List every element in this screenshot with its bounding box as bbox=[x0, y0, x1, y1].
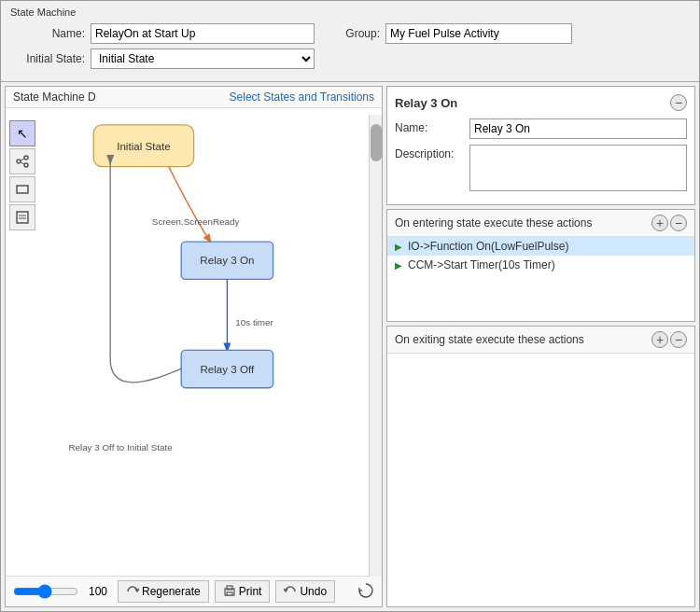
svg-point-0 bbox=[17, 160, 21, 163]
action-item-2[interactable]: ▶ CCM->Start Timer(10s Timer) bbox=[387, 256, 694, 274]
top-section: State Machine Name: Group: Initial State… bbox=[1, 1, 699, 82]
svg-text:Relay 3 Off to Initial State: Relay 3 Off to Initial State bbox=[68, 442, 173, 452]
group-input[interactable] bbox=[385, 23, 572, 44]
right-panel: Relay 3 On − Name: Description: On enter… bbox=[386, 86, 695, 607]
undo-button[interactable]: Undo bbox=[275, 580, 335, 603]
link-tool-btn[interactable] bbox=[9, 148, 35, 174]
right-panel-title: Relay 3 On bbox=[395, 96, 457, 110]
svg-text:Relay 3 Off: Relay 3 Off bbox=[200, 363, 255, 375]
right-desc-label: Description: bbox=[395, 145, 469, 160]
print-label: Print bbox=[239, 585, 262, 598]
zoom-slider[interactable] bbox=[13, 584, 78, 599]
print-icon bbox=[223, 585, 236, 598]
svg-point-2 bbox=[24, 163, 28, 167]
action-item-1[interactable]: ▶ IO->Function On(LowFuelPulse) bbox=[387, 237, 694, 256]
undo-icon bbox=[284, 585, 297, 598]
refresh-icon[interactable] bbox=[357, 582, 374, 599]
group-label: Group: bbox=[333, 27, 380, 40]
enter-actions-header: On entering state execute these actions … bbox=[387, 210, 694, 237]
play-icon-1: ▶ bbox=[395, 242, 402, 252]
remove-exit-action-btn[interactable]: − bbox=[670, 331, 687, 348]
collapse-right-top-btn[interactable]: − bbox=[670, 94, 687, 111]
canvas-area[interactable]: Initial State Screen.ScreenReady Relay 3… bbox=[39, 108, 382, 576]
select-states-link[interactable]: Select States and Transitions bbox=[230, 90, 374, 104]
svg-text:Screen.ScreenReady: Screen.ScreenReady bbox=[152, 216, 240, 227]
svg-line-4 bbox=[21, 162, 24, 164]
right-name-input[interactable] bbox=[469, 118, 687, 139]
exit-actions-buttons: + − bbox=[651, 331, 687, 348]
state-diagram: Initial State Screen.ScreenReady Relay 3… bbox=[39, 108, 382, 576]
regenerate-icon bbox=[126, 585, 139, 598]
left-panel-header: State Machine D Select States and Transi… bbox=[6, 87, 382, 108]
bottom-toolbar: 100 Regenerate Print bbox=[6, 576, 382, 606]
right-desc-textarea[interactable] bbox=[469, 145, 687, 191]
svg-rect-6 bbox=[17, 212, 28, 223]
enter-actions-section: On entering state execute these actions … bbox=[386, 209, 695, 322]
enter-actions-title: On entering state execute these actions bbox=[395, 216, 592, 230]
svg-text:Relay 3 On: Relay 3 On bbox=[200, 254, 254, 266]
svg-text:Initial State: Initial State bbox=[117, 140, 171, 152]
exit-actions-section: On exiting state execute these actions +… bbox=[386, 326, 695, 607]
add-exit-action-btn[interactable]: + bbox=[651, 331, 668, 348]
zoom-value: 100 bbox=[84, 585, 112, 598]
initial-state-label: Initial State: bbox=[10, 52, 85, 65]
svg-rect-5 bbox=[17, 186, 28, 193]
regenerate-button[interactable]: Regenerate bbox=[118, 580, 209, 603]
action-text-1: IO->Function On(LowFuelPulse) bbox=[408, 240, 568, 253]
select-tool-btn[interactable]: ↖ bbox=[9, 120, 35, 146]
svg-rect-21 bbox=[227, 592, 232, 595]
main-container: State Machine Name: Group: Initial State… bbox=[0, 0, 700, 612]
app-title: State Machine bbox=[10, 7, 690, 18]
svg-text:10s timer: 10s timer bbox=[235, 317, 273, 327]
left-panel: State Machine D Select States and Transi… bbox=[5, 86, 383, 607]
name-row: Name: Group: bbox=[10, 23, 690, 44]
vertical-scrollbar[interactable] bbox=[369, 115, 382, 577]
rect-tool-btn[interactable] bbox=[9, 176, 35, 202]
exit-actions-title: On exiting state execute these actions bbox=[395, 333, 584, 346]
svg-point-1 bbox=[24, 156, 28, 160]
initial-state-select[interactable]: Initial State bbox=[91, 49, 315, 69]
regenerate-label: Regenerate bbox=[142, 585, 201, 598]
exit-actions-header: On exiting state execute these actions +… bbox=[387, 327, 694, 354]
right-desc-row: Description: bbox=[395, 145, 687, 191]
enter-actions-buttons: + − bbox=[651, 215, 687, 231]
right-name-label: Name: bbox=[395, 118, 469, 134]
split-section: State Machine D Select States and Transi… bbox=[1, 82, 699, 611]
svg-rect-20 bbox=[227, 586, 232, 590]
note-tool-btn[interactable] bbox=[9, 204, 35, 230]
right-name-row: Name: bbox=[395, 118, 687, 139]
svg-line-3 bbox=[21, 159, 24, 160]
name-input[interactable] bbox=[91, 23, 315, 44]
play-icon-2: ▶ bbox=[395, 260, 402, 271]
print-button[interactable]: Print bbox=[215, 580, 271, 603]
action-text-2: CCM->Start Timer(10s Timer) bbox=[408, 258, 555, 271]
left-panel-title: State Machine D bbox=[13, 90, 96, 104]
right-top-section: Relay 3 On − Name: Description: bbox=[386, 86, 695, 205]
right-top-header: Relay 3 On − bbox=[395, 94, 687, 111]
name-label: Name: bbox=[10, 27, 85, 40]
undo-label: Undo bbox=[300, 585, 327, 598]
remove-enter-action-btn[interactable]: − bbox=[670, 215, 687, 231]
initial-state-row: Initial State: Initial State bbox=[10, 49, 690, 69]
add-enter-action-btn[interactable]: + bbox=[651, 215, 668, 231]
vertical-toolbar: ↖ bbox=[9, 120, 35, 230]
